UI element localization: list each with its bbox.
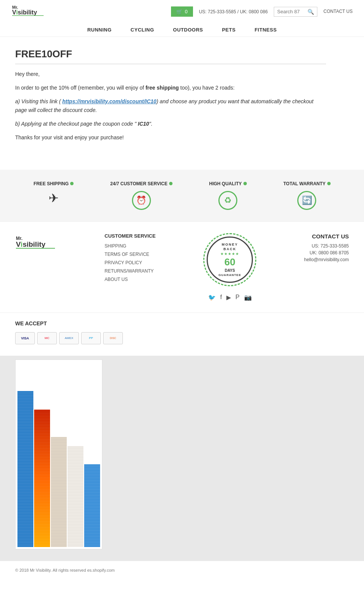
footer-link-shipping[interactable]: SHIPPING [105,243,156,249]
badge-guarantee-text: GUARANTEE [218,273,241,277]
payment-visa: VISA [15,332,35,344]
option-a-text: a) Visiting this link ( https://mrvisibi… [15,97,326,115]
svg-text:Visibility: Visibility [16,240,46,248]
money-back-badge-wrapper: MONEY BACK ★★★★★ 60 DAYS GUARANTEE 🐦 f ▶… [203,233,256,301]
we-accept-section: WE ACCEPT VISA MC AMEX PP DISC [0,312,364,356]
page-title: FREE10OFF [15,48,326,64]
option-b-text: b) Applying at the checkout page the cou… [15,120,326,129]
nav-item-pets[interactable]: PETS [222,27,235,33]
option-a-prefix: a) Visiting this link ( [15,98,62,104]
payment-paypal: PP [81,332,101,344]
clock-icon: ⏰ [132,191,151,210]
cart-button[interactable]: 🛒 0 [171,6,193,17]
plane-icon: ✈ [49,191,59,205]
payment-amex: AMEX [59,332,79,344]
footer-link-returns[interactable]: RETURNS/WARRANTY [105,268,156,274]
bold-free-shipping: free shipping [146,85,179,91]
total-warranty-title: TOTAL WARRANTY [283,181,330,186]
main-content: FREE10OFF Hey there, In order to get the… [0,37,341,162]
feature-total-warranty: TOTAL WARRANTY 🔄 [283,181,330,210]
contact-us-link[interactable]: CONTACT US [323,9,353,15]
high-quality-title: HIGH QUALITY [209,181,247,186]
youtube-icon[interactable]: ▶ [226,294,231,301]
pinterest-icon[interactable]: P [235,294,240,301]
footer-link-privacy[interactable]: PRIVACY POLICY [105,260,156,265]
green-dot-3 [243,182,247,185]
money-back-badge: MONEY BACK ★★★★★ 60 DAYS GUARANTEE [203,233,256,286]
footer-logo[interactable]: Mr. Visibility [15,233,57,254]
footer-contact-title: CONTACT US [304,233,349,240]
phone-info: US: 725-333-5585 / UK: 0800 086 [199,9,268,14]
badge-inner: MONEY BACK ★★★★★ 60 DAYS GUARANTEE [207,237,253,283]
search-input[interactable] [277,9,308,14]
badge-days-number: 60 [224,257,235,268]
discount-link[interactable]: https://mrvisibility.com/discount/IC10 [62,98,156,104]
chart-bar-3 [51,437,67,547]
nav-item-outdoors[interactable]: OUTDOORS [173,27,203,33]
chart-bar-2 [34,410,50,547]
cart-icon: 🛒 [176,9,182,14]
payment-discover: DISC [103,332,123,344]
intro-text: In order to get the 10% off (remember, y… [15,84,326,93]
cart-count: 0 [185,9,187,14]
footer-email: hello@mrvisibility.com [304,257,349,262]
features-bar: FREE SHIPPING ✈ 24/7 CUSTOMER SERVICE ⏰ … [0,170,364,221]
feature-customer-service: 24/7 CUSTOMER SERVICE ⏰ [110,181,173,210]
footer: Mr. Visibility CUSTOMER SERVICE SHIPPING… [0,221,364,312]
footer-uk-phone: UK: 0800 086 8705 [304,250,349,255]
svg-text:Visibility: Visibility [12,9,37,16]
chart-bar-1 [17,391,33,547]
footer-contact: CONTACT US US: 725-333-5585 UK: 0800 086… [304,233,349,262]
facebook-icon[interactable]: f [220,294,222,301]
customer-service-title: 24/7 CUSTOMER SERVICE [110,181,173,186]
instagram-icon[interactable]: 📷 [244,294,252,301]
warranty-icon: 🔄 [297,191,316,210]
header: Mr. Visibility 🛒 0 US: 725-333-5585 / UK… [0,0,364,37]
payment-icons-row: VISA MC AMEX PP DISC [15,332,349,344]
search-button[interactable]: 🔍 [308,9,314,15]
customer-service-title: CUSTOMER SERVICE [105,233,156,239]
nav-item-cycling[interactable]: CYCLING [130,27,154,33]
search-box: 🔍 [274,7,317,17]
chart-section [0,356,364,561]
social-icons: 🐦 f ▶ P 📷 [208,294,252,301]
badge-stars: ★★★★★ [220,252,239,256]
footer-bottom: © 2018 Mr Visibility. All rights reserve… [0,561,364,579]
green-dot-4 [327,182,331,185]
nav-item-running[interactable]: RUNNING [87,27,111,33]
green-dot-1 [70,182,74,185]
nav-item-fitness[interactable]: FITNESS [254,27,276,33]
footer-us-phone: US: 725-333-5585 [304,243,349,249]
chart-bar-5 [84,464,100,547]
footer-customer-service: CUSTOMER SERVICE SHIPPING TERMS OF SERVI… [105,233,156,285]
footer-link-terms[interactable]: TERMS OF SERVICE [105,252,156,257]
thanks-text: Thanks for your visit and enjoy your pur… [15,133,326,142]
logo[interactable]: Mr. Visibility [11,3,46,20]
feature-free-shipping: FREE SHIPPING ✈ [33,181,74,205]
bar-chart [15,359,102,549]
twitter-icon[interactable]: 🐦 [208,294,216,301]
header-top: Mr. Visibility 🛒 0 US: 725-333-5585 / UK… [0,0,364,23]
badge-money-text: MONEY [222,243,238,246]
copyright-text: © 2018 Mr Visibility. All rights reserve… [15,568,115,572]
free-shipping-title: FREE SHIPPING [33,181,74,186]
footer-link-about[interactable]: ABOUT US [105,277,156,282]
we-accept-title: WE ACCEPT [15,320,349,326]
greeting-text: Hey there, [15,70,326,79]
payment-mastercard: MC [37,332,57,344]
main-nav: RUNNING CYCLING OUTDOORS PETS FITNESS [0,23,364,36]
badge-days-word: DAYS [225,268,235,273]
coupon-code: IC10 [138,121,149,127]
header-right: 🛒 0 US: 725-333-5585 / UK: 0800 086 🔍 CO… [171,6,353,17]
chart-bar-4 [67,446,83,547]
quality-icon: ♻ [218,191,237,210]
green-dot-2 [169,182,173,185]
badge-back-text: BACK [223,247,236,251]
feature-high-quality: HIGH QUALITY ♻ [209,181,247,210]
